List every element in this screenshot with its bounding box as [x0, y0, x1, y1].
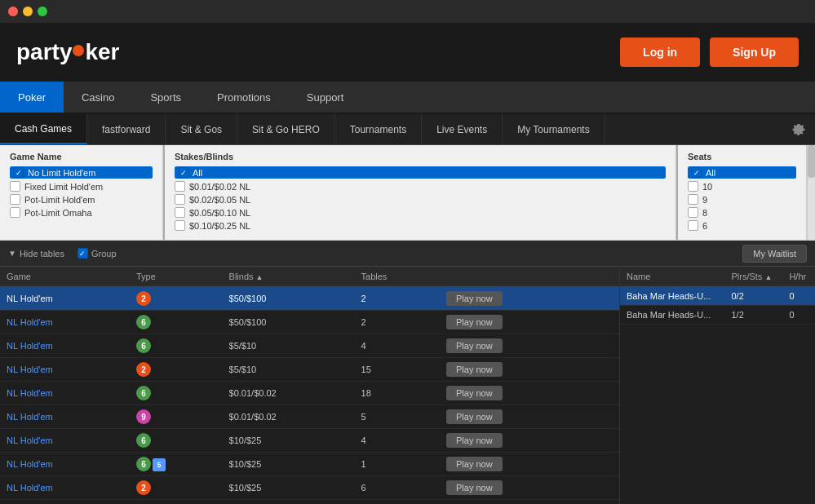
game-name-filter: Game Name ✓ No Limit Hold'em Fixed Limit…: [0, 145, 163, 240]
filter-stakes-2[interactable]: $0.02/$0.05 NL: [175, 194, 666, 205]
filter-fixed-limit-holdem[interactable]: Fixed Limit Hold'em: [10, 181, 153, 192]
stakes-header: Stakes/Blinds: [175, 152, 666, 161]
play-now-button[interactable]: Play now: [446, 362, 503, 377]
play-now-button[interactable]: Play now: [446, 338, 503, 353]
subnav-fastforward[interactable]: fastforward: [87, 114, 166, 144]
filter-seats-6[interactable]: 6: [688, 220, 796, 231]
table-row[interactable]: NL Hold'em 9 $0.01/$0.02 5 Play now: [0, 405, 619, 429]
plrs-sts-cell: 0/2: [724, 287, 782, 306]
maximize-button[interactable]: [38, 7, 47, 16]
settings-icon[interactable]: [782, 114, 815, 144]
signup-button[interactable]: Sign Up: [710, 38, 799, 67]
hide-tables-toggle[interactable]: ▼ Hide tables: [8, 249, 64, 259]
type-badge: 6: [136, 433, 151, 448]
play-now-button[interactable]: Play now: [446, 480, 503, 495]
nav-item-casino[interactable]: Casino: [64, 82, 132, 113]
tournament-name-cell: Baha Mar Heads-U...: [620, 306, 724, 325]
play-button-cell: Play now: [440, 287, 591, 311]
play-now-button[interactable]: Play now: [446, 457, 503, 471]
close-button[interactable]: [8, 7, 18, 16]
tournament-name-cell: Baha Mar Heads-U...: [620, 287, 724, 306]
game-name-cell: NL Hold'em: [0, 334, 130, 358]
extra-cell: [591, 287, 619, 311]
subnav-sit-go-hero[interactable]: Sit & Go HERO: [237, 114, 335, 144]
play-now-button[interactable]: Play now: [446, 315, 503, 329]
filter-stakes-all[interactable]: ✓ All: [175, 166, 666, 179]
type-cell: 6: [130, 311, 223, 334]
titlebar: [0, 0, 815, 23]
play-now-button[interactable]: Play now: [446, 433, 503, 448]
extra-cell: [591, 453, 619, 476]
filter-seats-9[interactable]: 9: [688, 194, 796, 205]
checkbox-unchecked-icon: [688, 194, 698, 205]
minimize-button[interactable]: [23, 7, 33, 16]
game-name-cell: NL Hold'em: [0, 500, 130, 505]
table-row[interactable]: NL Hold'em 6 $10/$25 4 Play now: [0, 429, 619, 453]
table-row[interactable]: NL Hold'em 2 $10/$25 6 Play now: [0, 476, 619, 500]
play-now-button[interactable]: Play now: [446, 291, 503, 306]
filter-stakes-4[interactable]: $0.10/$0.25 NL: [175, 220, 666, 231]
checkbox-unchecked-icon: [10, 194, 20, 205]
blinds-cell: $10/$25: [223, 453, 355, 476]
nav-item-poker[interactable]: Poker: [0, 82, 64, 113]
stakes-filter: Stakes/Blinds ✓ All $0.01/$0.02 NL $0.02…: [163, 145, 676, 240]
filter-stakes-3[interactable]: $0.05/$0.10 NL: [175, 207, 666, 218]
table-controls: ▼ Hide tables ✓ Group My Waitlist: [0, 241, 815, 267]
col-blinds[interactable]: Blinds ▲: [223, 267, 355, 287]
type-badge: 6: [136, 386, 151, 400]
nav-item-sports[interactable]: Sports: [132, 82, 199, 113]
nav-item-promotions[interactable]: Promotions: [199, 82, 289, 113]
filter-no-limit-holdem[interactable]: ✓ No Limit Hold'em: [10, 166, 153, 179]
checkbox-unchecked-icon: [175, 181, 185, 192]
filter-stakes-1[interactable]: $0.01/$0.02 NL: [175, 181, 666, 192]
filter-seats-all[interactable]: ✓ All: [688, 166, 796, 179]
subnav-my-tournaments[interactable]: My Tournaments: [503, 114, 605, 144]
play-now-button[interactable]: Play now: [446, 409, 503, 424]
table-row[interactable]: NL Hold'em 2 $5/$10 15 Play now: [0, 358, 619, 382]
sub-nav: Cash Games fastforward Sit & Gos Sit & G…: [0, 114, 815, 145]
table-row[interactable]: NL Hold'em 65 $10/$25 1 Play now: [0, 453, 619, 476]
nav-item-support[interactable]: Support: [289, 82, 362, 113]
filter-seats-10[interactable]: 10: [688, 181, 796, 192]
blinds-cell: $5/$10: [223, 358, 355, 382]
table-row[interactable]: NL Hold'em 6 $0.01/$0.02 18 Play now: [0, 382, 619, 405]
table-row[interactable]: NL Hold'em 6 $5/$10 4 Play now: [0, 334, 619, 358]
login-button[interactable]: Log in: [620, 38, 700, 67]
tables-cell: 2: [355, 311, 440, 334]
subnav-live-events[interactable]: Live Events: [422, 114, 503, 144]
table-row[interactable]: NL Hold'em 6 $50/$100 2 Play now: [0, 311, 619, 334]
blinds-cell: $50/$100: [223, 311, 355, 334]
subnav-tournaments[interactable]: Tournaments: [335, 114, 422, 144]
group-toggle[interactable]: ✓ Group: [78, 248, 117, 259]
table-row[interactable]: NL Hold'em 6 $0.25/$0.50 7 Play now: [0, 500, 619, 505]
extra-cell: [591, 405, 619, 429]
filter-seats-8[interactable]: 8: [688, 207, 796, 218]
seats-header: Seats: [688, 152, 796, 161]
game-name-header: Game Name: [10, 152, 153, 161]
checkbox-checked-icon: ✓: [178, 167, 188, 178]
type-badge: 6: [136, 338, 151, 353]
my-waitlist-button[interactable]: My Waitlist: [742, 245, 807, 263]
right-table-header: Name Plrs/Sts ▲ H/hr: [620, 267, 815, 287]
tables-cell: 7: [355, 500, 440, 505]
checkbox-unchecked-icon: [175, 220, 185, 231]
tables-cell: 15: [355, 358, 440, 382]
subnav-sit-gos[interactable]: Sit & Gos: [166, 114, 237, 144]
filter-pot-limit-holdem[interactable]: Pot-Limit Hold'em: [10, 194, 153, 205]
game-name-cell: NL Hold'em: [0, 476, 130, 500]
filter-scrollbar[interactable]: [807, 145, 815, 240]
game-name-cell: NL Hold'em: [0, 405, 130, 429]
logo: partyker: [16, 39, 120, 65]
col-tables: Tables: [355, 267, 440, 287]
list-item[interactable]: Baha Mar Heads-U... 1/2 0: [620, 306, 815, 325]
blinds-cell: $50/$100: [223, 287, 355, 311]
col-plrs-sts[interactable]: Plrs/Sts ▲: [724, 267, 782, 287]
tables-cell: 1: [355, 453, 440, 476]
filter-pot-limit-omaha[interactable]: Pot-Limit Omaha: [10, 207, 153, 218]
list-item[interactable]: Baha Mar Heads-U... 0/2 0: [620, 287, 815, 306]
subnav-cash-games[interactable]: Cash Games: [0, 114, 87, 144]
games-table: Game Type Blinds ▲ Tables NL Hold'em 2 $…: [0, 267, 619, 504]
right-panel: Name Plrs/Sts ▲ H/hr Baha Mar Heads-U...…: [619, 267, 815, 504]
table-row[interactable]: NL Hold'em 2 $50/$100 2 Play now: [0, 287, 619, 311]
play-now-button[interactable]: Play now: [446, 386, 503, 400]
